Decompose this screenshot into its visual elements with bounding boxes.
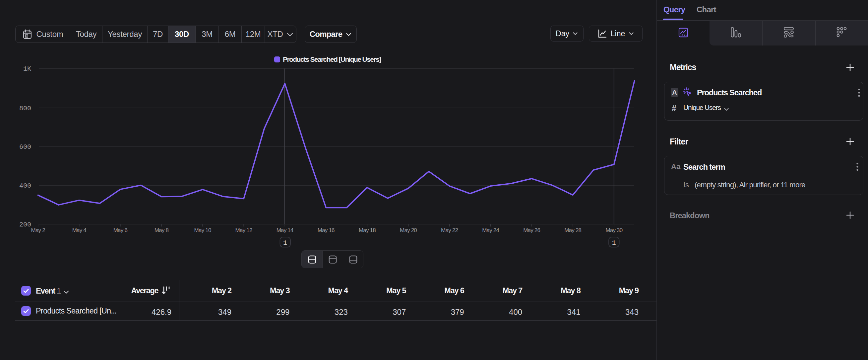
svg-text:May 28: May 28 [564, 227, 581, 233]
svg-text:May 26: May 26 [523, 227, 540, 233]
svg-text:600: 600 [19, 143, 31, 151]
svg-text:1: 1 [283, 239, 287, 247]
svg-text:400: 400 [19, 182, 31, 190]
svg-text:May 20: May 20 [400, 227, 417, 233]
svg-text:May 4: May 4 [72, 227, 87, 233]
svg-text:Products Searched [Unique User: Products Searched [Unique Users] [283, 55, 381, 63]
svg-text:1: 1 [612, 239, 616, 247]
svg-text:May 24: May 24 [482, 227, 499, 233]
svg-text:May 12: May 12 [236, 227, 252, 233]
svg-text:200: 200 [19, 221, 31, 228]
svg-text:May 8: May 8 [155, 227, 169, 233]
svg-text:May 22: May 22 [441, 227, 458, 233]
svg-text:1K: 1K [23, 65, 31, 73]
svg-text:800: 800 [19, 105, 31, 112]
svg-text:May 18: May 18 [359, 227, 376, 233]
svg-text:May 10: May 10 [194, 227, 211, 233]
svg-text:May 30: May 30 [606, 227, 622, 233]
svg-text:May 16: May 16 [318, 227, 335, 233]
svg-text:May 6: May 6 [114, 227, 128, 233]
svg-text:May 14: May 14 [277, 227, 293, 233]
svg-text:May 2: May 2 [31, 227, 45, 233]
